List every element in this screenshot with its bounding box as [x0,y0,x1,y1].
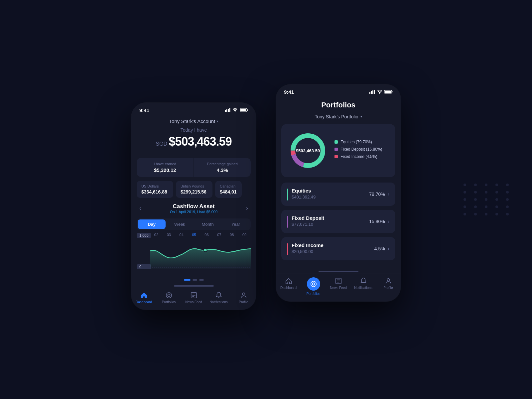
phone-dashboard: 9:41 [131,103,256,310]
right-profile-icon [385,277,392,285]
currency-tab-usd[interactable]: US Dollars $364,616.88 [137,181,173,198]
legend-fixed-deposit: Fixed Deposit (15.80%) [334,147,389,152]
gbp-label: British Pounds [181,184,208,188]
fd-right: 15.80% › [369,218,389,224]
bottom-nav-left: Dashboard Portfolios News Feed [131,288,256,310]
svg-rect-1 [226,109,227,112]
currency-prefix: SGD [156,141,167,147]
fi-left: Fixed Income $20,500.00 [287,242,324,255]
period-tab-week[interactable]: Week [166,219,194,229]
fd-value: $77,071.10 [292,222,324,227]
right-nav-dashboard[interactable]: Dashboard [276,277,301,296]
equities-name: Equities [292,188,316,194]
currency-tab-cad[interactable]: Canadian $484,01 [215,181,242,198]
phones-container: 9:41 [131,89,401,310]
legend-equities: Equities (79.70%) [334,140,389,144]
decorative-dots-right [464,184,512,215]
svg-point-11 [166,292,172,298]
newsfeed-icon [190,292,198,299]
svg-rect-18 [369,92,370,94]
stats-row: I have earned $5,320.12 Percentage gaine… [137,158,251,177]
svg-point-12 [168,294,170,296]
equities-right: 79.70% › [369,191,389,197]
account-chevron-icon: ▾ [216,119,218,123]
svg-point-4 [235,111,235,112]
portfolio-item-fixed-deposit[interactable]: Fixed Deposit $77,071.10 15.80% › [281,210,395,233]
fd-left: Fixed Deposit $77,071.10 [287,215,324,228]
fi-name: Fixed Income [292,242,324,248]
page-indicator [131,276,256,285]
status-bar-right: 9:41 [276,84,401,97]
bottom-nav-right: Dashboard Portfolios News Fe [276,274,401,302]
today-label: Today I have [139,127,248,133]
right-nav-notifications[interactable]: Notifications [351,277,376,296]
currency-tab-gbp[interactable]: British Pounds $299,215.56 [176,181,212,198]
legend-fd-label: Fixed Deposit (15.80%) [340,147,382,152]
svg-rect-6 [247,109,248,111]
fd-pct: 15.80% [369,219,385,224]
legend-fi-label: Fixed Income (4.5%) [340,154,377,159]
nav-newsfeed[interactable]: News Feed [181,292,206,304]
dot-2 [193,279,197,281]
main-balance: $503,463.59 [169,135,231,148]
cashflow-next-button[interactable]: › [246,205,248,212]
nav-profile[interactable]: Profile [231,292,256,304]
nav-notifications[interactable]: Notifications [206,292,231,304]
donut-total-value: $503,463.59 [296,148,320,153]
period-tab-month[interactable]: Month [194,219,222,229]
right-nav-notifications-label: Notifications [354,286,372,290]
nav-portfolios[interactable]: Portfolios [156,292,181,304]
portfolio-item-fixed-income[interactable]: Fixed Income $20,500.00 4.5% › [281,237,395,260]
status-bar-left: 9:41 [131,103,256,116]
right-nav-newsfeed[interactable]: News Feed [326,277,351,296]
period-tab-day[interactable]: Day [138,219,166,229]
currency-tabs: US Dollars $364,616.88 British Pounds $2… [131,181,256,198]
right-notifications-icon [360,277,367,285]
nav-notifications-label: Notifications [209,300,227,304]
donut-chart: $503,463.59 [288,131,328,171]
equities-left: Equities $401,392.49 [287,188,316,200]
svg-rect-3 [229,108,230,112]
nav-portfolios-label: Portfolios [162,300,176,304]
signal-icon-left [225,108,230,112]
time-right: 9:41 [284,89,294,95]
svg-rect-2 [228,109,229,112]
chart-svg-container [150,233,251,269]
period-tab-year[interactable]: Year [222,219,250,229]
portfolio-item-equities[interactable]: Equities $401,392.49 79.70% › [281,183,395,206]
fi-info: Fixed Income $20,500.00 [292,242,324,254]
right-home-icon [285,277,292,285]
nav-dashboard-label: Dashboard [136,300,152,304]
portfolios-active-bg [307,277,320,291]
right-portfolios-icon [310,280,317,288]
donut-legend: Equities (79.70%) Fixed Deposit (15.80%)… [334,140,389,162]
battery-icon-left [240,108,248,112]
dashboard-header: Tony Stark's Account ▾ Today I have SGD … [131,116,256,154]
svg-rect-24 [392,91,393,92]
cad-label: Canadian [220,184,237,188]
nav-newsfeed-label: News Feed [185,300,202,304]
account-name[interactable]: Tony Stark's Account ▾ [139,118,248,124]
cashflow-chart: 1,000 0 [137,233,251,276]
legend-equities-label: Equities (79.70%) [340,140,372,144]
equities-value: $401,392.49 [292,195,316,200]
portfolio-selector[interactable]: Tony Stark's Portfolio ▾ [276,114,401,119]
right-nav-portfolios[interactable]: Portfolios [301,277,326,296]
nav-dashboard[interactable]: Dashboard [131,292,156,304]
svg-rect-7 [240,109,246,111]
equities-color-bar [287,189,288,200]
svg-point-36 [387,278,389,281]
right-nav-profile[interactable]: Profile [376,277,401,296]
nav-profile-label: Profile [239,300,248,304]
fi-pct: 4.5% [374,246,385,251]
portfolio-name: Tony Stark's Portfolio [315,114,358,119]
legend-equities-dot [334,140,338,144]
cad-value: $484,01 [220,189,237,195]
dot-3 [199,279,204,281]
svg-point-30 [311,281,316,287]
dot-1 [184,279,191,281]
svg-point-17 [242,293,245,295]
svg-point-31 [312,283,315,285]
fd-name: Fixed Deposit [292,215,324,221]
fd-info: Fixed Deposit $77,071.10 [292,215,324,227]
